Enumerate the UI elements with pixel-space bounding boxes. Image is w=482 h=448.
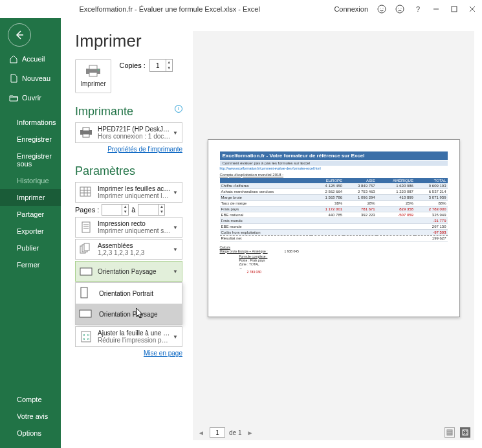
orientation-portrait-option[interactable]: Orientation Portrait bbox=[76, 283, 182, 304]
page-setup-link[interactable]: Mise en page bbox=[75, 350, 182, 357]
show-margins-button[interactable] bbox=[444, 427, 455, 438]
svg-rect-30 bbox=[80, 268, 92, 275]
printer-status: Hors connexion : 1 docume… bbox=[98, 133, 171, 140]
print-preview: Excelformation.fr - Votre formateur de r… bbox=[208, 139, 460, 317]
sidebar-enregistrer-sous[interactable]: Enregistrer sous bbox=[0, 148, 61, 172]
svg-rect-23 bbox=[82, 222, 90, 232]
copies-label: Copies : bbox=[119, 62, 145, 69]
svg-point-5 bbox=[400, 8, 401, 8]
copies-spinner[interactable]: ▲▼ bbox=[149, 59, 173, 72]
sides-dropdown[interactable]: Impression rectoImprimer uniquement sur … bbox=[75, 217, 182, 238]
svg-point-1 bbox=[380, 8, 380, 8]
sidebar-partager[interactable]: Partager bbox=[0, 206, 61, 223]
face-smile-icon[interactable] bbox=[377, 5, 386, 14]
scaling-dropdown[interactable]: Ajuster la feuille à une pageRéduire l'i… bbox=[75, 326, 182, 347]
orientation-dropdown[interactable]: Orientation Paysage ▼ bbox=[75, 261, 182, 282]
sidebar-compte[interactable]: Compte bbox=[0, 391, 61, 408]
params-heading: Paramètres bbox=[75, 164, 182, 178]
page-single-icon bbox=[78, 219, 94, 235]
back-button[interactable] bbox=[8, 23, 31, 47]
svg-rect-34 bbox=[447, 430, 452, 435]
landscape-icon bbox=[78, 263, 94, 279]
chevron-down-icon: ▼ bbox=[171, 334, 179, 340]
landscape-icon bbox=[78, 308, 94, 320]
svg-rect-33 bbox=[82, 331, 91, 342]
collate-icon bbox=[78, 241, 94, 257]
sidebar-home[interactable]: Accueil bbox=[0, 49, 61, 69]
close-icon[interactable] bbox=[468, 5, 477, 14]
sidebar-ouvrir[interactable]: Ouvrir bbox=[0, 88, 61, 107]
chevron-down-icon: ▼ bbox=[171, 190, 179, 196]
collate-dropdown[interactable]: Assemblées1,2,3 1,2,3 1,2,3 ▼ bbox=[75, 239, 182, 260]
sidebar-publier[interactable]: Publier bbox=[0, 240, 61, 256]
cursor-icon bbox=[135, 308, 144, 319]
page-title: Imprimer bbox=[75, 31, 182, 51]
fit-page-icon bbox=[78, 329, 94, 344]
sidebar-historique[interactable]: Historique bbox=[0, 172, 61, 189]
window-title: Excelformation.fr - Évaluer une formule … bbox=[5, 5, 334, 13]
portrait-icon bbox=[78, 287, 94, 300]
preview-table: EUROPEASIEAMÉRIQUETOTAL Chiffre d'affair… bbox=[220, 178, 448, 241]
sidebar-fermer[interactable]: Fermer bbox=[0, 256, 61, 273]
sidebar-nouveau[interactable]: Nouveau bbox=[0, 69, 61, 88]
sidebar-item-label: Ouvrir bbox=[22, 94, 41, 102]
info-icon[interactable]: i bbox=[175, 105, 182, 113]
chevron-down-icon: ▼ bbox=[171, 247, 179, 252]
login-link[interactable]: Connexion bbox=[334, 5, 368, 13]
printer-dropdown[interactable]: HPED721F (HP DeskJet 2600…Hors connexion… bbox=[75, 122, 182, 143]
orientation-paysage-option[interactable]: Orientation Paysage bbox=[76, 304, 182, 324]
svg-rect-13 bbox=[89, 73, 97, 76]
svg-rect-18 bbox=[80, 187, 91, 196]
svg-point-3 bbox=[396, 5, 404, 13]
page-from-spinner[interactable]: ▲▼ bbox=[102, 204, 129, 216]
copies-up[interactable]: ▲ bbox=[166, 60, 172, 65]
printer-icon bbox=[84, 65, 102, 78]
sidebar-item-label: Nouveau bbox=[22, 74, 50, 82]
svg-rect-29 bbox=[84, 243, 89, 251]
next-page-button[interactable]: ► bbox=[245, 429, 254, 436]
home-icon bbox=[9, 54, 18, 63]
folder-open-icon bbox=[9, 93, 18, 102]
svg-rect-31 bbox=[81, 287, 87, 298]
copies-input[interactable] bbox=[150, 60, 166, 71]
sheets-icon bbox=[78, 185, 94, 200]
printer-name: HPED721F (HP DeskJet 2600… bbox=[98, 126, 171, 133]
zoom-page-button[interactable] bbox=[460, 427, 470, 438]
print-button[interactable]: Imprimer bbox=[75, 59, 111, 93]
chevron-down-icon: ▼ bbox=[171, 130, 179, 136]
svg-rect-12 bbox=[89, 65, 97, 69]
sidebar-avis[interactable]: Votre avis bbox=[0, 408, 61, 425]
svg-point-0 bbox=[378, 5, 386, 13]
svg-point-2 bbox=[382, 8, 383, 8]
page-to-spinner[interactable]: ▲▼ bbox=[138, 204, 165, 216]
pages-label: Pages : bbox=[75, 206, 99, 214]
printer-icon bbox=[78, 125, 94, 140]
sidebar-exporter[interactable]: Exporter bbox=[0, 223, 61, 240]
prev-page-button[interactable]: ◄ bbox=[197, 429, 206, 436]
backstage-sidebar: Accueil Nouveau Ouvrir Informations Enre… bbox=[0, 18, 61, 448]
print-button-label: Imprimer bbox=[78, 80, 108, 87]
maximize-icon[interactable] bbox=[450, 5, 459, 14]
face-sad-icon[interactable] bbox=[395, 5, 404, 14]
svg-rect-32 bbox=[80, 310, 91, 317]
print-what-dropdown[interactable]: Imprimer les feuilles activesImprimer un… bbox=[75, 182, 182, 203]
printer-properties-link[interactable]: Propriétés de l'imprimante bbox=[75, 146, 182, 153]
chevron-down-icon: ▼ bbox=[171, 269, 179, 274]
svg-point-4 bbox=[398, 8, 399, 8]
page-total: de 1 bbox=[229, 429, 241, 436]
sidebar-informations[interactable]: Informations bbox=[0, 114, 61, 131]
sidebar-enregistrer[interactable]: Enregistrer bbox=[0, 131, 61, 148]
file-icon bbox=[9, 74, 18, 83]
svg-rect-7 bbox=[452, 6, 457, 12]
sidebar-item-label: Accueil bbox=[22, 55, 45, 63]
svg-point-14 bbox=[98, 69, 99, 71]
sidebar-imprimer[interactable]: Imprimer bbox=[0, 189, 61, 206]
chevron-down-icon: ▼ bbox=[171, 225, 179, 230]
minimize-icon[interactable] bbox=[432, 5, 441, 14]
sidebar-options[interactable]: Options bbox=[0, 425, 61, 442]
help-icon[interactable]: ? bbox=[413, 5, 422, 14]
orientation-popup: Orientation Portrait Orientation Paysage bbox=[75, 282, 182, 325]
page-number-input[interactable] bbox=[210, 427, 225, 438]
svg-rect-16 bbox=[83, 128, 89, 131]
copies-down[interactable]: ▼ bbox=[166, 65, 172, 71]
